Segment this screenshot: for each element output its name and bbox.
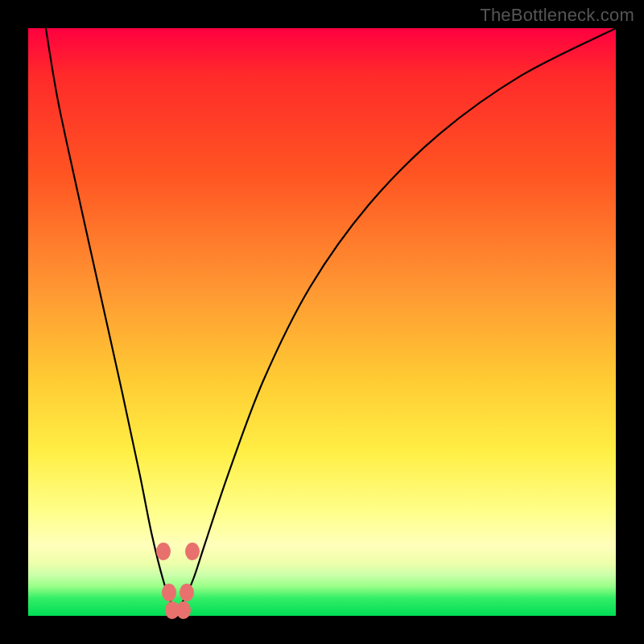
chart-marker [156, 543, 171, 560]
chart-marker [185, 543, 200, 560]
watermark-text: TheBottleneck.com [480, 5, 634, 26]
chart-markers [28, 28, 616, 616]
chart-marker [162, 584, 176, 601]
chart-plot-area [28, 28, 616, 616]
chart-marker [176, 601, 191, 619]
chart-marker [180, 584, 194, 601]
